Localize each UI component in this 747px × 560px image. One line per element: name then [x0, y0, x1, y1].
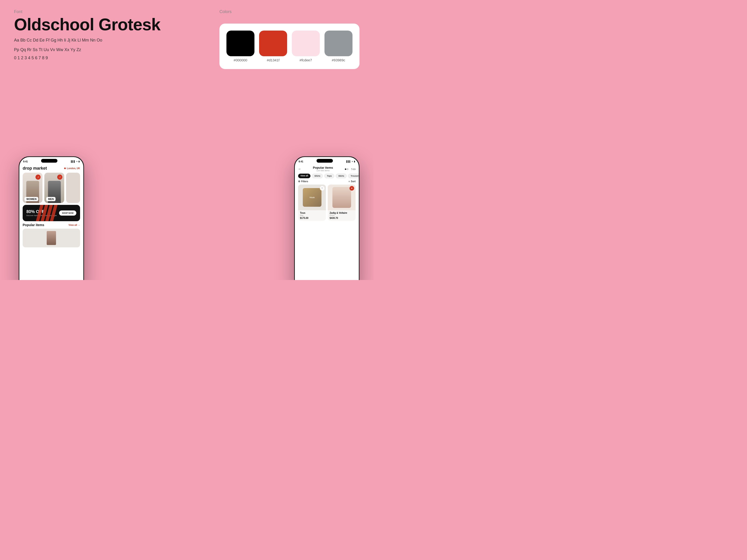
phone1: 9:41 ▌▌▌ ≈ ▮ drop market London, UK — [19, 156, 84, 280]
tous-brand: Tous — [300, 212, 324, 214]
zadig-brand: Zadig & Voltaire — [330, 212, 354, 214]
tab-shirts[interactable]: Shirts — [312, 174, 323, 178]
product-card-zadig[interactable]: ♥ Zadig & Voltaire Dress $430.70 — [328, 185, 356, 221]
tous-bag-image: TOUS — [303, 188, 321, 207]
phone1-dynamic-island — [41, 159, 57, 163]
colors-box: #000000 #d1341f #fcdee7 #93989c — [220, 24, 360, 69]
color-pink: #fcdee7 — [292, 31, 320, 62]
page-title-block: Popular items 124 556 items — [313, 166, 333, 172]
page-title: Popular items — [313, 166, 333, 169]
zadig-dress-image — [332, 187, 351, 208]
product-grid: ♡ TOUS Tous Bag $175.00 ♥ — [295, 185, 359, 221]
color-red: #d1341f — [259, 31, 287, 62]
hex-pink: #fcdee7 — [300, 58, 312, 62]
back-button[interactable]: ← — [298, 167, 301, 171]
battery-icon: ▮ — [78, 160, 80, 163]
phone2-header: ← Popular items 124 556 items ●○ ↑▭ — [295, 165, 359, 174]
phone1-status-icons: ▌▌▌ ≈ ▮ — [71, 160, 80, 163]
swatch-black — [227, 31, 254, 56]
category-women[interactable]: ↗ WOMEN — [23, 173, 43, 203]
phone2-status-bar: 9:41 ▌▌▌ ≈ ▮ — [295, 157, 359, 165]
color-black: #000000 — [227, 31, 254, 62]
tab-trousers[interactable]: Trousers — [348, 174, 359, 178]
phone2-screen: 9:41 ▌▌▌ ≈ ▮ ← Popular items 124 556 ite… — [295, 157, 359, 280]
colors-label: Colors — [220, 9, 360, 14]
filters-label: Filters — [301, 180, 308, 183]
product-zadig-info: Zadig & Voltaire Dress $430.70 — [328, 210, 356, 221]
shop-now-button[interactable]: SHOP NOW — [59, 211, 76, 216]
top-section: Font Oldschool Grotesk Aa Bb Cc Dd Ee Ff… — [0, 0, 374, 74]
colors-section: Colors #000000 #d1341f #fcdee7 #93989c — [220, 9, 360, 69]
sort-icon: ≡ — [349, 180, 350, 183]
font-label: Font — [14, 9, 173, 14]
app-title: drop market — [23, 166, 47, 171]
tab-view-all[interactable]: View all — [298, 174, 310, 178]
phone1-header: drop market London, UK — [19, 165, 83, 173]
font-alphabet-line2: Pp Qq Rr Ss Tt Uu Vv Ww Xx Yy Zz — [14, 46, 173, 53]
heart-button-tous[interactable]: ♡ — [320, 186, 325, 191]
women-arrow-icon[interactable]: ↗ — [35, 175, 41, 180]
phone2-battery-icon: ▮ — [354, 160, 355, 163]
phone2-signal-icon: ▌▌▌ — [346, 160, 351, 163]
zadig-price: $430.70 — [330, 217, 354, 219]
location-tag[interactable]: London, UK — [64, 167, 80, 170]
phone2-dynamic-island — [316, 159, 333, 163]
location-text: London, UK — [67, 167, 80, 170]
font-section: Font Oldschool Grotesk Aa Bb Cc Dd Ee Ff… — [14, 9, 173, 69]
sort-label: Sort — [351, 180, 356, 183]
search-icon[interactable]: ●○ — [344, 167, 349, 171]
view-all-link[interactable]: View all → — [69, 224, 80, 226]
hex-black: #000000 — [234, 58, 247, 62]
women-label: WOMEN — [25, 197, 38, 201]
popular-preview — [19, 229, 83, 247]
filter-icon: ⚙ — [298, 180, 300, 183]
font-numbers: 0 1 2 3 4 5 6 7 8 9 — [14, 56, 173, 60]
font-name: Oldschool Grotesk — [14, 16, 173, 33]
product-tous-info: Tous Bag $175.00 — [298, 210, 326, 221]
product-zadig-image: ♥ — [328, 185, 356, 210]
zadig-type: Dress — [330, 214, 354, 216]
phone2-time: 9:41 — [299, 160, 303, 163]
tous-price: $175.00 — [300, 217, 324, 219]
tab-skirts[interactable]: Skirts — [336, 174, 347, 178]
tous-type: Bag — [300, 214, 324, 216]
category-third[interactable] — [66, 173, 80, 203]
product-tous-image: ♡ TOUS — [298, 185, 326, 210]
items-count: 124 556 items — [313, 169, 333, 172]
hex-gray: #93989c — [332, 58, 345, 62]
color-gray: #93989c — [325, 31, 353, 62]
hex-red: #d1341f — [267, 58, 279, 62]
swatch-red — [259, 31, 287, 56]
font-alphabet-line1: Aa Bb Cc Dd Ee Ff Gg Hh Ii Jj Kk Ll Mm N… — [14, 37, 173, 44]
promo-banner: 80% OFF Discover fashion that suits your… — [23, 205, 80, 221]
heart-button-zadig[interactable]: ♥ — [350, 186, 354, 191]
phone1-screen: 9:41 ▌▌▌ ≈ ▮ drop market London, UK — [19, 157, 83, 280]
filter-tabs: View all Shirts Tops Skirts Trousers — [295, 174, 359, 178]
header-action-icons: ●○ ↑▭ — [344, 167, 356, 171]
phone2-wifi-icon: ≈ — [352, 160, 353, 163]
filters-button[interactable]: ⚙ Filters — [298, 180, 308, 183]
category-cards: ↗ WOMEN ↗ MEN — [19, 173, 83, 203]
wifi-icon: ≈ — [76, 160, 77, 163]
phone2-status-icons: ▌▌▌ ≈ ▮ — [346, 160, 355, 163]
popular-header: Popular items View all → — [19, 223, 83, 227]
arrow-right-icon: → — [78, 224, 80, 226]
share-icon[interactable]: ↑▭ — [351, 167, 356, 171]
filter-sort-row: ⚙ Filters ≡ Sort — [295, 180, 359, 183]
category-men[interactable]: ↗ MEN — [44, 173, 64, 203]
sort-button[interactable]: ≡ Sort — [349, 180, 356, 183]
product-card-tous[interactable]: ♡ TOUS Tous Bag $175.00 — [298, 185, 326, 221]
phone1-wrapper: 9:41 ▌▌▌ ≈ ▮ drop market London, UK — [19, 156, 84, 280]
location-pin-icon — [64, 167, 66, 169]
tab-tops[interactable]: Tops — [324, 174, 334, 178]
phone1-time: 9:41 — [23, 160, 28, 163]
popular-title: Popular items — [23, 223, 44, 227]
phone1-status-bar: 9:41 ▌▌▌ ≈ ▮ — [19, 157, 83, 165]
swatch-gray — [325, 31, 353, 56]
men-label: MEN — [46, 197, 56, 201]
men-arrow-icon[interactable]: ↗ — [57, 175, 62, 180]
phone2-wrapper: 9:41 ▌▌▌ ≈ ▮ ← Popular items 124 556 ite… — [294, 156, 360, 280]
phone2: 9:41 ▌▌▌ ≈ ▮ ← Popular items 124 556 ite… — [294, 156, 360, 280]
swatch-pink — [292, 31, 320, 56]
signal-icon: ▌▌▌ — [71, 160, 75, 163]
